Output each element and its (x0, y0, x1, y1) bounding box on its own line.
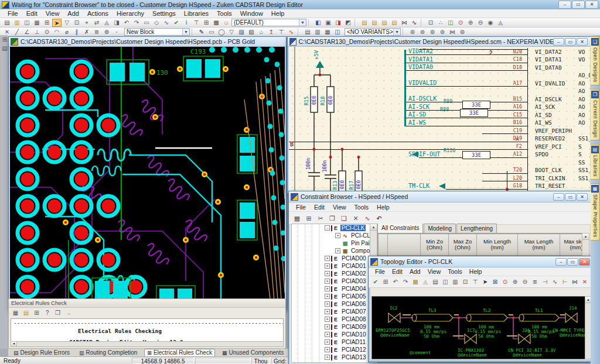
menu-item[interactable]: Hierarchy (112, 10, 148, 17)
tree-expander[interactable]: + (325, 271, 330, 276)
menu-item[interactable]: View (42, 10, 64, 17)
sidebar-tab[interactable]: ❐ Current Design (591, 89, 600, 140)
schematic-window[interactable]: C:\CADSTAR130_Demos\Projects\Customer De… (287, 36, 592, 194)
tree-item[interactable]: + E PCIAD00 (292, 255, 370, 262)
select-rect-icon[interactable]: ▭ (142, 19, 151, 27)
open-icon[interactable]: ▤ (22, 309, 30, 317)
doc-library-icon[interactable]: ▤ (380, 19, 389, 27)
menu-item[interactable]: View (424, 268, 445, 275)
output-tab[interactable]: ⊠ Electrical Rules Check (144, 349, 215, 357)
check-icon[interactable]: ✔ (371, 277, 380, 286)
sidebar-tab[interactable]: ❏ Open Designs (591, 36, 600, 85)
tree-item[interactable]: + E PCIAD12 (292, 346, 370, 353)
cross-icon[interactable]: ✗ (82, 28, 91, 36)
origin-icon[interactable]: ⊕ (102, 28, 111, 36)
tree-expander[interactable]: + (325, 332, 330, 337)
tree-expander[interactable]: + (325, 355, 330, 360)
restore-button[interactable]: ▭ (565, 38, 576, 46)
probe-icon[interactable]: ⊤ (192, 19, 201, 27)
circle-shape-icon[interactable]: ◯ (217, 28, 226, 36)
warning-icon[interactable]: ◬ (496, 19, 505, 27)
tree-item[interactable]: + E PCIAD13 (292, 353, 370, 361)
hook-icon[interactable]: ↶ (374, 214, 384, 223)
doc-report-icon[interactable]: ▤ (390, 19, 399, 27)
new-icon[interactable]: ▤ (2, 19, 12, 27)
copy-icon[interactable]: ❐ (327, 214, 338, 223)
menu-item[interactable]: Help (267, 10, 289, 17)
cut-icon[interactable]: ✂ (315, 214, 326, 223)
hatch-area-icon[interactable]: ▨ (237, 28, 246, 36)
erc-hscrollbar[interactable]: ◄ (11, 341, 284, 347)
menu-item[interactable]: Libraries (180, 10, 213, 17)
scroll-up-icon[interactable]: ▲ (370, 224, 377, 231)
redo-icon[interactable]: ↷ (132, 19, 141, 27)
print-icon[interactable]: ⊞ (32, 309, 41, 317)
menu-item[interactable]: File (292, 204, 310, 211)
save-icon[interactable]: ▦ (292, 214, 302, 223)
funnel-icon[interactable]: ▽ (227, 28, 236, 36)
wave-icon[interactable]: ∿ (550, 277, 560, 286)
split-view-icon[interactable]: ◨ (333, 19, 343, 27)
arc-icon[interactable]: ◠ (52, 28, 62, 36)
frame-all-icon[interactable]: ⊡ (426, 19, 435, 27)
paste-icon[interactable]: ❏ (339, 214, 349, 223)
reroute-icon[interactable]: ∿ (162, 19, 171, 27)
recycle2-icon[interactable]: ⊚ (418, 28, 427, 36)
tree-item[interactable]: + E PCIAD06 (292, 300, 370, 308)
sheet-view-icon[interactable]: ▣ (323, 19, 333, 27)
delete-icon[interactable]: ✕ (580, 277, 589, 286)
tree-item[interactable]: + E PCIAD10 (292, 331, 370, 338)
tree-expander[interactable]: + (325, 286, 330, 291)
tree-expander[interactable]: + (325, 324, 330, 329)
output-tab[interactable]: ▦ Unused Components (220, 349, 286, 356)
tree-item[interactable]: + E PCIAD04 (292, 285, 370, 293)
block-combo[interactable]: New Block ▼ (124, 28, 190, 36)
save-icon[interactable]: ▦ (11, 309, 20, 317)
pan-icon[interactable]: ⇄ (92, 19, 101, 27)
sidebar-tab[interactable]: ▦ Shape Properties (591, 183, 600, 241)
status-units[interactable]: Thou (251, 358, 270, 364)
schematic-window-titlebar[interactable]: C:\CADSTAR130_Demos\Projects\Customer De… (288, 37, 591, 47)
parallel-icon[interactable]: ∥ (72, 28, 81, 36)
close-button[interactable]: ✕ (579, 258, 590, 266)
resistor-r88[interactable]: 33E (460, 109, 488, 117)
pin-left-icon[interactable]: ⊣ (540, 277, 550, 286)
constraint-tab[interactable]: All Constraints (377, 224, 423, 233)
finish-route-icon[interactable]: ✔ (172, 19, 181, 27)
menu-item[interactable]: Add (63, 10, 83, 17)
menu-item[interactable]: Help (466, 268, 486, 275)
select-cursor-icon[interactable]: ➤ (52, 19, 62, 27)
swap-icon[interactable]: ◬ (421, 277, 430, 286)
smiley-icon[interactable]: ☺ (221, 19, 231, 27)
grid-dots-icon[interactable]: ∴ (436, 19, 445, 27)
copy-group2-icon[interactable]: ▥ (313, 28, 322, 36)
menu-item[interactable]: Settings (148, 10, 180, 17)
print-icon[interactable]: ⊞ (381, 277, 390, 286)
brush-icon[interactable]: ✎ (197, 28, 206, 36)
pcb-window[interactable]: C:\CADSTAR130_Demos\Projects\Customer De… (8, 36, 287, 310)
tree-expander[interactable]: + (325, 362, 330, 363)
doc-schematic-icon[interactable]: ▤ (370, 19, 379, 27)
tree-item[interactable]: + E PCIAD08 (292, 315, 370, 323)
probe-icon[interactable]: ⊤ (471, 277, 480, 286)
menu-item[interactable]: Tools (350, 204, 373, 211)
open-icon[interactable]: ▥ (12, 19, 22, 27)
minimize-button[interactable]: – (553, 38, 564, 46)
zoom-in-icon[interactable]: ⊕ (466, 19, 475, 27)
route-icon[interactable]: ∿ (287, 28, 296, 36)
constraint-tree[interactable]: - E PCI-CLK + ∿ PCI-CLK ▤ Pin Pairs (291, 224, 371, 363)
node-icon[interactable]: ◦ (112, 28, 121, 36)
export-icon[interactable]: → (64, 309, 73, 317)
align-left-icon[interactable]: ≣ (530, 277, 540, 286)
colors-icon[interactable]: ▩ (212, 19, 221, 27)
tree-expander[interactable]: + (335, 248, 340, 253)
tree-expander[interactable]: - (325, 225, 330, 231)
chevron-down-icon[interactable]: ▼ (182, 29, 189, 35)
schematic-canvas[interactable]: VIDATA2 B20 VI_DATA2 VO VIDATA1 C18 VI_D… (289, 47, 590, 192)
tree-item[interactable]: + E PCIAD09 (292, 323, 370, 331)
print-icon[interactable]: ⊞ (42, 19, 52, 27)
zoom-in-icon[interactable]: ⊕ (510, 277, 520, 286)
tree-item[interactable]: + E PCIAD11 (292, 338, 370, 346)
recycle6-icon[interactable]: ⊛ (458, 28, 467, 36)
menu-item[interactable]: Edit (388, 268, 406, 275)
